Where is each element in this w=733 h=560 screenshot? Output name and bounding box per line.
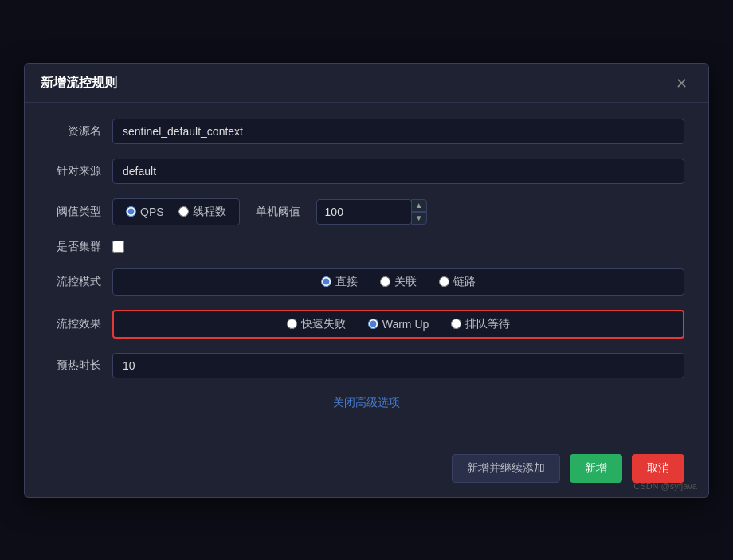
qps-radio[interactable] bbox=[126, 206, 136, 217]
queue-radio-item[interactable]: 排队等待 bbox=[451, 317, 510, 331]
cluster-checkbox-wrap[interactable] bbox=[112, 241, 124, 253]
threshold-type-options: QPS 线程数 bbox=[112, 198, 240, 225]
cluster-row: 是否集群 bbox=[49, 240, 684, 254]
preheat-row: 预热时长 bbox=[49, 353, 684, 378]
flow-mode-row: 流控模式 直接 关联 链路 bbox=[49, 268, 684, 296]
add-button[interactable]: 新增 bbox=[570, 454, 622, 483]
related-radio-item[interactable]: 关联 bbox=[380, 275, 417, 289]
source-input[interactable] bbox=[112, 159, 684, 184]
resource-label: 资源名 bbox=[49, 124, 112, 139]
cancel-button[interactable]: 取消 bbox=[632, 454, 684, 483]
related-radio[interactable] bbox=[380, 276, 390, 287]
related-label: 关联 bbox=[394, 275, 417, 289]
watermark: CSDN @syfjava bbox=[633, 481, 697, 491]
chain-radio[interactable] bbox=[439, 276, 449, 287]
collapse-row: 关闭高级选项 bbox=[49, 393, 684, 413]
threshold-row: 阈值类型 QPS 线程数 单机阈值 ▲ bbox=[49, 198, 684, 225]
direct-label: 直接 bbox=[335, 275, 358, 289]
flow-mode-label: 流控模式 bbox=[49, 275, 112, 289]
cluster-label: 是否集群 bbox=[49, 240, 112, 254]
queue-label: 排队等待 bbox=[465, 317, 510, 331]
collapse-button[interactable]: 关闭高级选项 bbox=[333, 393, 400, 413]
fast-fail-radio[interactable] bbox=[287, 319, 297, 329]
preheat-label: 预热时长 bbox=[49, 358, 112, 373]
dialog-title: 新增流控规则 bbox=[41, 75, 117, 92]
flow-effect-label: 流控效果 bbox=[49, 317, 112, 331]
fast-fail-label: 快速失败 bbox=[301, 317, 346, 331]
preheat-input[interactable] bbox=[112, 353, 684, 378]
cluster-checkbox[interactable] bbox=[112, 241, 124, 253]
threshold-type-group: QPS 线程数 单机阈值 ▲ ▼ bbox=[112, 198, 684, 225]
warm-up-radio[interactable] bbox=[368, 319, 378, 329]
direct-radio[interactable] bbox=[321, 276, 331, 287]
qps-radio-item[interactable]: QPS bbox=[126, 206, 164, 218]
flow-effect-row: 流控效果 快速失败 Warm Up 排队等待 bbox=[49, 310, 684, 339]
threshold-spinners: ▲ ▼ bbox=[411, 199, 427, 225]
threshold-input-wrap: ▲ ▼ bbox=[316, 199, 427, 225]
chain-label: 链路 bbox=[453, 275, 476, 289]
resource-row: 资源名 bbox=[49, 119, 684, 144]
threshold-down-btn[interactable]: ▼ bbox=[411, 212, 427, 225]
qps-label: QPS bbox=[140, 206, 164, 218]
source-label: 针对来源 bbox=[49, 164, 112, 178]
source-row: 针对来源 bbox=[49, 159, 684, 184]
threshold-up-btn[interactable]: ▲ bbox=[411, 199, 427, 212]
warm-up-radio-item[interactable]: Warm Up bbox=[368, 318, 429, 331]
threshold-input[interactable] bbox=[316, 199, 412, 225]
flow-mode-options: 直接 关联 链路 bbox=[112, 268, 684, 296]
queue-radio[interactable] bbox=[451, 319, 461, 329]
dialog: 新增流控规则 ✕ 资源名 针对来源 阈值类型 QPS bbox=[24, 63, 709, 498]
threshold-type-label: 阈值类型 bbox=[49, 205, 112, 219]
chain-radio-item[interactable]: 链路 bbox=[439, 275, 476, 289]
flow-effect-options: 快速失败 Warm Up 排队等待 bbox=[112, 310, 684, 339]
threads-radio-item[interactable]: 线程数 bbox=[178, 205, 226, 219]
threads-label: 线程数 bbox=[193, 205, 226, 219]
fast-fail-radio-item[interactable]: 快速失败 bbox=[287, 317, 346, 331]
direct-radio-item[interactable]: 直接 bbox=[321, 275, 358, 289]
warm-up-label: Warm Up bbox=[382, 318, 429, 331]
dialog-body: 资源名 针对来源 阈值类型 QPS 线程数 bbox=[25, 103, 708, 441]
threads-radio[interactable] bbox=[178, 206, 189, 217]
single-threshold-label: 单机阈值 bbox=[256, 205, 300, 219]
resource-input[interactable] bbox=[112, 119, 684, 144]
dialog-footer: 新增并继续添加 新增 取消 bbox=[25, 444, 708, 497]
close-button[interactable]: ✕ bbox=[671, 75, 692, 92]
dialog-header: 新增流控规则 ✕ bbox=[25, 64, 708, 103]
add-continue-button[interactable]: 新增并继续添加 bbox=[452, 454, 560, 483]
